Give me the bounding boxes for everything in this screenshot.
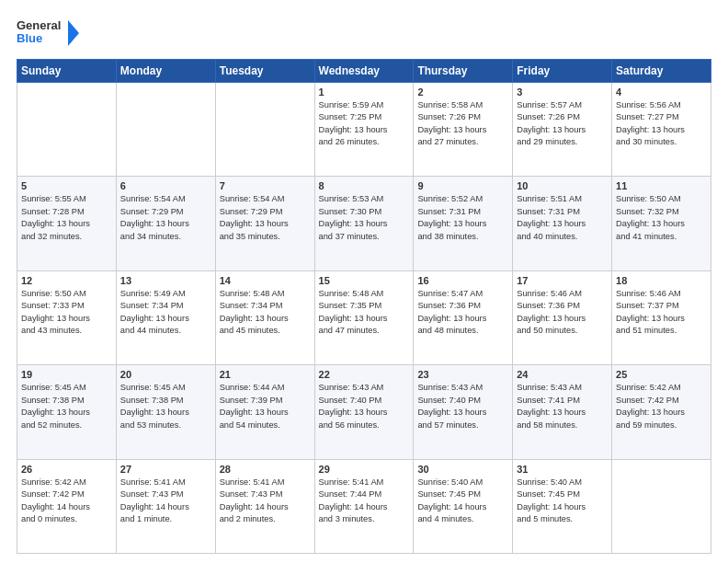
calendar-cell: 21Sunrise: 5:44 AMSunset: 7:39 PMDayligh… xyxy=(215,365,314,459)
svg-text:Blue: Blue xyxy=(17,31,42,45)
calendar-cell: 24Sunrise: 5:43 AMSunset: 7:41 PMDayligh… xyxy=(513,365,612,459)
weekday-header-friday: Friday xyxy=(513,60,612,83)
cell-info: Sunrise: 5:42 AMSunset: 7:42 PMDaylight:… xyxy=(616,382,707,431)
logo: GeneralBlue xyxy=(17,17,81,50)
calendar-cell: 8Sunrise: 5:53 AMSunset: 7:30 PMDaylight… xyxy=(314,177,414,270)
calendar-cell: 4Sunrise: 5:56 AMSunset: 7:27 PMDaylight… xyxy=(612,83,711,177)
header: GeneralBlue xyxy=(17,17,711,50)
day-number: 29 xyxy=(319,464,410,475)
day-number: 28 xyxy=(220,464,311,475)
cell-info: Sunrise: 5:47 AMSunset: 7:36 PMDaylight:… xyxy=(417,288,508,338)
calendar-cell: 16Sunrise: 5:47 AMSunset: 7:36 PMDayligh… xyxy=(414,270,513,364)
cell-info: Sunrise: 5:57 AMSunset: 7:26 PMDaylight:… xyxy=(517,99,608,149)
cell-info: Sunrise: 5:51 AMSunset: 7:31 PMDaylight:… xyxy=(517,193,608,243)
cell-info: Sunrise: 5:46 AMSunset: 7:36 PMDaylight:… xyxy=(517,288,608,338)
calendar-cell: 27Sunrise: 5:41 AMSunset: 7:43 PMDayligh… xyxy=(116,459,215,553)
logo-svg: GeneralBlue xyxy=(17,17,81,50)
cell-info: Sunrise: 5:43 AMSunset: 7:40 PMDaylight:… xyxy=(319,382,410,431)
day-number: 8 xyxy=(319,180,410,191)
week-row-4: 19Sunrise: 5:45 AMSunset: 7:38 PMDayligh… xyxy=(17,365,711,459)
day-number: 3 xyxy=(517,86,608,98)
calendar-cell: 31Sunrise: 5:40 AMSunset: 7:45 PMDayligh… xyxy=(513,459,612,553)
week-row-1: 1Sunrise: 5:59 AMSunset: 7:25 PMDaylight… xyxy=(17,83,711,177)
day-number: 9 xyxy=(417,180,508,191)
cell-info: Sunrise: 5:40 AMSunset: 7:45 PMDaylight:… xyxy=(417,477,508,526)
day-number: 18 xyxy=(616,275,707,286)
day-number: 7 xyxy=(220,180,311,191)
day-number: 30 xyxy=(417,464,508,475)
calendar-cell: 12Sunrise: 5:50 AMSunset: 7:33 PMDayligh… xyxy=(17,270,117,364)
cell-info: Sunrise: 5:56 AMSunset: 7:27 PMDaylight:… xyxy=(616,99,707,149)
weekday-header-thursday: Thursday xyxy=(414,60,513,83)
calendar-cell: 11Sunrise: 5:50 AMSunset: 7:32 PMDayligh… xyxy=(612,177,711,270)
cell-info: Sunrise: 5:45 AMSunset: 7:38 PMDaylight:… xyxy=(21,382,112,431)
week-row-3: 12Sunrise: 5:50 AMSunset: 7:33 PMDayligh… xyxy=(17,270,711,364)
cell-info: Sunrise: 5:43 AMSunset: 7:41 PMDaylight:… xyxy=(517,382,608,431)
cell-info: Sunrise: 5:59 AMSunset: 7:25 PMDaylight:… xyxy=(319,99,410,149)
cell-info: Sunrise: 5:41 AMSunset: 7:43 PMDaylight:… xyxy=(220,477,311,526)
day-number: 10 xyxy=(517,180,608,191)
calendar-cell: 15Sunrise: 5:48 AMSunset: 7:35 PMDayligh… xyxy=(314,270,414,364)
calendar-cell xyxy=(215,83,314,177)
calendar-cell: 22Sunrise: 5:43 AMSunset: 7:40 PMDayligh… xyxy=(314,365,414,459)
cell-info: Sunrise: 5:49 AMSunset: 7:34 PMDaylight:… xyxy=(120,288,211,338)
calendar-cell: 19Sunrise: 5:45 AMSunset: 7:38 PMDayligh… xyxy=(17,365,117,459)
day-number: 20 xyxy=(120,369,211,380)
calendar-cell: 10Sunrise: 5:51 AMSunset: 7:31 PMDayligh… xyxy=(513,177,612,270)
svg-marker-2 xyxy=(68,20,79,46)
calendar-cell: 2Sunrise: 5:58 AMSunset: 7:26 PMDaylight… xyxy=(414,83,513,177)
calendar-cell: 29Sunrise: 5:41 AMSunset: 7:44 PMDayligh… xyxy=(314,459,414,553)
cell-info: Sunrise: 5:42 AMSunset: 7:42 PMDaylight:… xyxy=(21,477,112,526)
weekday-header-tuesday: Tuesday xyxy=(215,60,314,83)
weekday-header-wednesday: Wednesday xyxy=(314,60,414,83)
day-number: 2 xyxy=(417,86,508,98)
cell-info: Sunrise: 5:44 AMSunset: 7:39 PMDaylight:… xyxy=(220,382,311,431)
calendar-cell xyxy=(17,83,117,177)
cell-info: Sunrise: 5:50 AMSunset: 7:33 PMDaylight:… xyxy=(21,288,112,338)
calendar-cell: 5Sunrise: 5:55 AMSunset: 7:28 PMDaylight… xyxy=(17,177,117,270)
cell-info: Sunrise: 5:54 AMSunset: 7:29 PMDaylight:… xyxy=(120,193,211,243)
cell-info: Sunrise: 5:55 AMSunset: 7:28 PMDaylight:… xyxy=(21,193,112,243)
calendar-cell: 26Sunrise: 5:42 AMSunset: 7:42 PMDayligh… xyxy=(17,459,117,553)
day-number: 14 xyxy=(220,275,311,286)
calendar-cell: 17Sunrise: 5:46 AMSunset: 7:36 PMDayligh… xyxy=(513,270,612,364)
calendar-cell: 13Sunrise: 5:49 AMSunset: 7:34 PMDayligh… xyxy=(116,270,215,364)
calendar-cell xyxy=(612,459,711,553)
calendar-table: SundayMondayTuesdayWednesdayThursdayFrid… xyxy=(17,59,711,554)
day-number: 1 xyxy=(319,86,410,98)
day-number: 13 xyxy=(120,275,211,286)
day-number: 22 xyxy=(319,369,410,380)
cell-info: Sunrise: 5:41 AMSunset: 7:43 PMDaylight:… xyxy=(120,477,211,526)
week-row-5: 26Sunrise: 5:42 AMSunset: 7:42 PMDayligh… xyxy=(17,459,711,553)
day-number: 12 xyxy=(21,275,112,286)
weekday-header-sunday: Sunday xyxy=(17,60,117,83)
cell-info: Sunrise: 5:54 AMSunset: 7:29 PMDaylight:… xyxy=(220,193,311,243)
day-number: 6 xyxy=(120,180,211,191)
day-number: 31 xyxy=(517,464,608,475)
day-number: 25 xyxy=(616,369,707,380)
cell-info: Sunrise: 5:41 AMSunset: 7:44 PMDaylight:… xyxy=(319,477,410,526)
day-number: 27 xyxy=(120,464,211,475)
calendar-cell: 7Sunrise: 5:54 AMSunset: 7:29 PMDaylight… xyxy=(215,177,314,270)
week-row-2: 5Sunrise: 5:55 AMSunset: 7:28 PMDaylight… xyxy=(17,177,711,270)
day-number: 11 xyxy=(616,180,707,191)
calendar-cell: 3Sunrise: 5:57 AMSunset: 7:26 PMDaylight… xyxy=(513,83,612,177)
day-number: 23 xyxy=(417,369,508,380)
weekday-header-saturday: Saturday xyxy=(612,60,711,83)
calendar-cell: 28Sunrise: 5:41 AMSunset: 7:43 PMDayligh… xyxy=(215,459,314,553)
calendar-cell: 20Sunrise: 5:45 AMSunset: 7:38 PMDayligh… xyxy=(116,365,215,459)
svg-text:General: General xyxy=(17,18,61,32)
calendar-cell: 6Sunrise: 5:54 AMSunset: 7:29 PMDaylight… xyxy=(116,177,215,270)
weekday-header-row: SundayMondayTuesdayWednesdayThursdayFrid… xyxy=(17,60,711,83)
calendar-cell: 1Sunrise: 5:59 AMSunset: 7:25 PMDaylight… xyxy=(314,83,414,177)
day-number: 24 xyxy=(517,369,608,380)
cell-info: Sunrise: 5:52 AMSunset: 7:31 PMDaylight:… xyxy=(417,193,508,243)
calendar-cell: 25Sunrise: 5:42 AMSunset: 7:42 PMDayligh… xyxy=(612,365,711,459)
cell-info: Sunrise: 5:48 AMSunset: 7:35 PMDaylight:… xyxy=(319,288,410,338)
cell-info: Sunrise: 5:43 AMSunset: 7:40 PMDaylight:… xyxy=(417,382,508,431)
day-number: 4 xyxy=(616,86,707,98)
cell-info: Sunrise: 5:46 AMSunset: 7:37 PMDaylight:… xyxy=(616,288,707,338)
day-number: 15 xyxy=(319,275,410,286)
cell-info: Sunrise: 5:48 AMSunset: 7:34 PMDaylight:… xyxy=(220,288,311,338)
cell-info: Sunrise: 5:58 AMSunset: 7:26 PMDaylight:… xyxy=(417,99,508,149)
